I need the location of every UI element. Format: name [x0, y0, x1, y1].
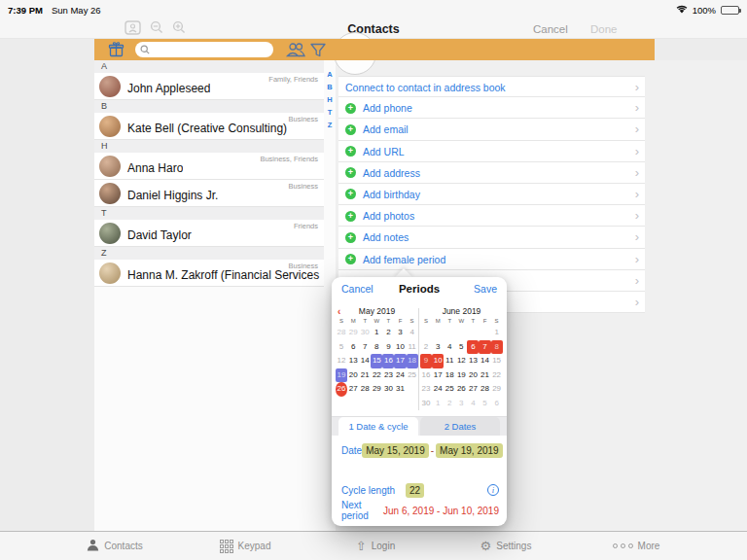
calendar-day[interactable]: 23 — [420, 382, 432, 397]
calendar-day[interactable]: 16 — [382, 354, 394, 368]
calendar-day[interactable]: 30 — [420, 397, 432, 411]
calendar-day[interactable]: 26 — [336, 382, 347, 397]
calendar-day[interactable]: 25 — [407, 368, 418, 383]
calendar-day[interactable]: 4 — [467, 397, 479, 411]
search-input[interactable] — [150, 45, 257, 55]
gift-icon[interactable] — [108, 42, 124, 61]
calendar-day[interactable]: 21 — [359, 368, 371, 383]
calendar-day[interactable]: 8 — [371, 340, 382, 355]
calendar-day[interactable]: 11 — [444, 354, 455, 368]
calendar-day[interactable]: 25 — [444, 382, 455, 397]
calendar-day[interactable]: 11 — [407, 340, 418, 355]
calendar-day[interactable]: 29 — [491, 382, 503, 397]
form-row[interactable]: +Add birthday› — [338, 184, 645, 205]
date-to-value[interactable]: May 19, 2019 — [436, 443, 503, 458]
form-row[interactable]: +Add phone› — [338, 97, 645, 119]
calendar-day[interactable]: 5 — [455, 340, 467, 355]
index-letter[interactable]: T — [328, 108, 333, 117]
calendar-day[interactable]: 6 — [491, 397, 503, 411]
contact-row[interactable]: Kate Bell (Creative Consulting)Business — [94, 113, 324, 140]
calendar-day[interactable]: 4 — [407, 326, 418, 340]
calendar-day[interactable]: 28 — [359, 382, 371, 397]
form-row[interactable]: +Add email› — [338, 119, 645, 140]
calendar-day[interactable]: 14 — [359, 354, 371, 368]
calendar-day[interactable]: 9 — [420, 354, 432, 368]
calendar-day[interactable]: 28 — [479, 382, 490, 397]
calendar-day[interactable]: 27 — [467, 382, 479, 397]
calendar-day[interactable]: 1 — [432, 397, 444, 411]
date-from-value[interactable]: May 15, 2019 — [362, 443, 429, 458]
contact-row[interactable]: John AppleseedFamily, Friends — [94, 73, 324, 100]
tab-settings[interactable]: ⚙ Settings — [441, 532, 571, 560]
tab-contacts[interactable]: Contacts — [50, 532, 180, 560]
calendar-day[interactable]: 15 — [491, 354, 503, 368]
filter-icon[interactable] — [310, 43, 326, 61]
tab-two-dates[interactable]: 2 Dates — [420, 417, 500, 436]
calendar-day[interactable]: 24 — [394, 368, 406, 383]
calendar-day[interactable]: 17 — [432, 368, 444, 383]
calendar-day[interactable]: 19 — [336, 368, 347, 383]
calendar-day[interactable]: 7 — [479, 340, 490, 355]
index-letter[interactable]: B — [327, 83, 332, 91]
periods-save-button[interactable]: Save — [474, 283, 497, 295]
calendar-day[interactable]: 29 — [347, 326, 359, 340]
groups-icon[interactable] — [285, 42, 306, 61]
calendar-day[interactable]: 20 — [347, 368, 359, 383]
calendar-day[interactable]: 24 — [432, 382, 444, 397]
calendar-day[interactable]: 18 — [444, 368, 455, 383]
contact-row[interactable]: Hanna M. Zakroff (Financial Services I..… — [94, 260, 324, 287]
form-row[interactable]: +Add address› — [338, 162, 645, 184]
calendar-day[interactable]: 3 — [432, 340, 444, 355]
calendar-day[interactable]: 6 — [347, 340, 359, 355]
calendar-day[interactable]: 28 — [336, 326, 347, 340]
tab-date-and-cycle[interactable]: 1 Date & cycle — [338, 417, 418, 436]
calendar-day[interactable]: 16 — [420, 368, 432, 383]
prev-month-icon[interactable]: ‹ — [338, 306, 340, 317]
calendar-day[interactable]: 19 — [455, 368, 467, 383]
calendar-day[interactable]: 6 — [467, 340, 479, 355]
calendar-day[interactable]: 18 — [407, 354, 418, 368]
calendar-day[interactable]: 10 — [432, 354, 444, 368]
calendar-day[interactable]: 21 — [479, 368, 490, 383]
calendar-day[interactable]: 5 — [479, 397, 490, 411]
calendar-day[interactable]: 7 — [359, 340, 371, 355]
calendar-day[interactable]: 10 — [394, 340, 406, 355]
calendar-day[interactable]: 13 — [347, 354, 359, 368]
calendar-day[interactable]: 31 — [394, 382, 406, 397]
contact-row[interactable]: Daniel Higgins Jr.Business — [94, 180, 324, 207]
done-button[interactable]: Done — [590, 23, 618, 35]
calendar-day[interactable]: 22 — [491, 368, 503, 383]
tab-login[interactable]: ⇧ Login — [310, 532, 441, 560]
calendar-day[interactable]: 9 — [382, 340, 394, 355]
index-letter[interactable]: H — [327, 95, 332, 104]
calendar-day[interactable]: 3 — [455, 397, 467, 411]
calendar-day[interactable]: 30 — [382, 382, 394, 397]
form-row[interactable]: Connect to contact in address book› — [338, 76, 645, 97]
form-row[interactable]: +Add female period› — [338, 249, 645, 270]
calendar-day[interactable]: 8 — [491, 340, 503, 355]
calendar-day[interactable]: 29 — [371, 382, 382, 397]
form-row[interactable]: +Add photos› — [338, 205, 645, 227]
calendar-day[interactable]: 2 — [420, 340, 432, 355]
calendar-day[interactable]: 2 — [444, 397, 455, 411]
index-letter[interactable]: A — [327, 70, 332, 79]
calendar-day[interactable]: 30 — [359, 326, 371, 340]
calendar-day[interactable]: 17 — [394, 354, 406, 368]
calendar-day[interactable]: 13 — [467, 354, 479, 368]
calendar-day[interactable]: 23 — [382, 368, 394, 383]
cancel-button[interactable]: Cancel — [533, 23, 568, 35]
form-row[interactable]: +Add URL› — [338, 141, 645, 162]
contact-row[interactable]: Anna HaroBusiness, Friends — [94, 153, 324, 180]
calendar-day[interactable]: 3 — [394, 326, 406, 340]
tab-more[interactable]: More — [571, 532, 701, 560]
calendar-day[interactable]: 2 — [382, 326, 394, 340]
search-bar[interactable] — [135, 42, 273, 57]
calendar-day[interactable]: 15 — [371, 354, 382, 368]
calendar-day[interactable]: 27 — [347, 382, 359, 397]
calendar-day[interactable]: 12 — [455, 354, 467, 368]
index-letter[interactable]: Z — [328, 121, 333, 129]
cycle-length-value[interactable]: 22 — [406, 483, 424, 498]
contact-row[interactable]: David TaylorFriends — [94, 220, 324, 247]
info-icon[interactable]: i — [487, 484, 499, 496]
calendar-day[interactable]: 4 — [444, 340, 455, 355]
